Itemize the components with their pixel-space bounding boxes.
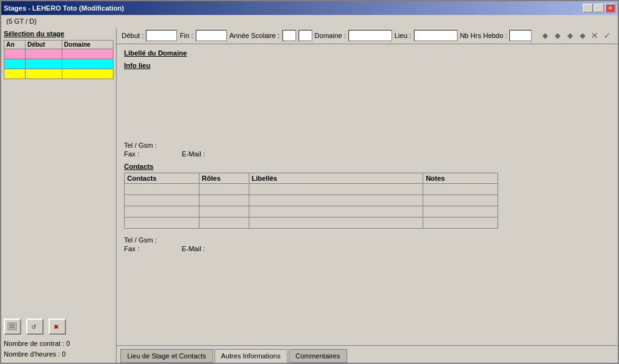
bottom-tabs: Lieu de Stage et Contacts Autres Informa…: [117, 345, 618, 363]
debut-input[interactable]: [146, 30, 177, 41]
window-title: Stages - LEHERO Toto (Modification): [4, 4, 124, 12]
bottom-tel-row: Tel / Gsm :: [124, 236, 610, 244]
nav-last-button[interactable]: ◆: [577, 30, 588, 41]
debut-label: Début :: [122, 32, 143, 39]
info-lieu-title: Info lieu: [124, 62, 610, 69]
refresh-icon: ↺: [30, 322, 40, 331]
nb-hrs-input[interactable]: [509, 30, 532, 41]
icon-row: ↺ ✖: [4, 318, 113, 335]
col-an: An: [4, 41, 26, 49]
libelle-title: Libellé du Domaine: [124, 49, 610, 57]
lieu-label: Lieu :: [395, 32, 411, 39]
fin-label: Fin :: [180, 32, 193, 39]
left-panel: Sélection du stage An Début Domaine: [1, 27, 117, 363]
bottom-email-label: E-Mail :: [181, 245, 204, 252]
contacts-section: Contacts Contacts Rôles Libellés Notes: [124, 163, 610, 229]
delete-icon-button[interactable]: ✖: [49, 318, 66, 335]
fax-label: Fax :: [124, 150, 139, 158]
nav-icons: ◆ ◆ ◆ ◆ ✕ ✓: [539, 30, 613, 41]
libelle-section: Libellé du Domaine: [124, 49, 610, 57]
table-row[interactable]: [125, 206, 498, 218]
table-row[interactable]: [125, 184, 498, 195]
bottom-fax-label: Fax :: [124, 245, 139, 252]
tab-lieu-stage[interactable]: Lieu de Stage et Contacts: [120, 349, 213, 363]
refresh-icon-button[interactable]: ↺: [26, 318, 44, 335]
annee-input1[interactable]: [282, 30, 296, 41]
minimize-button[interactable]: _: [583, 4, 593, 12]
table-row[interactable]: [4, 49, 113, 59]
bottom-tel-section: Tel / Gsm : Fax : E-Mail :: [124, 236, 610, 252]
svg-text:↺: ↺: [31, 323, 36, 330]
nav-next-button[interactable]: ◆: [564, 30, 575, 41]
table-row[interactable]: [4, 59, 113, 69]
annee-input2[interactable]: [299, 30, 312, 41]
tab-commentaires[interactable]: Commentaires: [289, 349, 347, 363]
subtitle-row: (5 GT / D): [1, 15, 618, 27]
col-domaine: Domaine: [62, 41, 113, 49]
domaine-label: Domaine :: [315, 32, 346, 39]
subtitle-text: (5 GT / D): [6, 17, 37, 25]
selection-title: Sélection du stage: [4, 30, 113, 37]
heures-stat: Nombre d'heures : 0: [4, 349, 113, 360]
lieu-input[interactable]: [414, 30, 458, 41]
tel-row: Tel / Gsm :: [124, 141, 610, 149]
nav-confirm-button[interactable]: ✓: [602, 30, 613, 41]
add-icon-button[interactable]: [4, 318, 21, 335]
contrats-stat: Nombre de contrat : 0: [4, 338, 113, 350]
contacts-table: Contacts Rôles Libellés Notes: [124, 173, 498, 229]
roles-col-header: Rôles: [199, 173, 249, 184]
tel-label: Tel / Gsm :: [124, 141, 157, 149]
title-bar: Stages - LEHERO Toto (Modification) _ □ …: [1, 1, 618, 15]
email-label: E-Mail :: [181, 150, 204, 158]
col-debut: Début: [25, 41, 62, 49]
list-icon: [7, 322, 17, 331]
notes-col-header: Notes: [423, 173, 498, 184]
svg-text:✖: ✖: [54, 323, 59, 330]
table-row[interactable]: [125, 195, 498, 206]
table-row[interactable]: [125, 218, 498, 229]
annee-label: Année Scolaire :: [229, 32, 280, 39]
fin-input[interactable]: [196, 30, 227, 41]
tab-autres-informations[interactable]: Autres Informations: [214, 349, 287, 363]
delete-icon: ✖: [52, 322, 62, 331]
nav-prev-button[interactable]: ◆: [552, 30, 563, 41]
tel-section: Tel / Gsm : Fax : E-Mail :: [124, 141, 610, 158]
main-area: Sélection du stage An Début Domaine: [1, 27, 618, 363]
bottom-fax-row: Fax : E-Mail :: [124, 245, 610, 252]
fields-bar: Début : Fin : Année Scolaire : Domaine :…: [117, 27, 618, 44]
nb-hrs-label: Nb Hrs Hebdo :: [460, 32, 507, 39]
domaine-input[interactable]: [348, 30, 392, 41]
stats-section: Nombre de contrat : 0 Nombre d'heures : …: [4, 338, 113, 360]
table-row[interactable]: [4, 69, 113, 79]
main-window: Stages - LEHERO Toto (Modification) _ □ …: [0, 0, 619, 364]
close-button[interactable]: ✕: [605, 4, 615, 12]
contacts-col-header: Contacts: [125, 173, 199, 184]
form-area: Libellé du Domaine Info lieu Tel / Gsm :…: [117, 44, 618, 345]
bottom-tel-label: Tel / Gsm :: [124, 236, 157, 244]
nav-cancel-button[interactable]: ✕: [589, 30, 600, 41]
info-lieu-section: Info lieu: [124, 62, 610, 136]
right-panel: Début : Fin : Année Scolaire : Domaine :…: [117, 27, 618, 363]
nav-first-button[interactable]: ◆: [539, 30, 550, 41]
libelles-col-header: Libellés: [249, 173, 423, 184]
maximize-button[interactable]: □: [594, 4, 604, 12]
window-controls: _ □ ✕: [583, 4, 615, 12]
left-panel-bottom: ↺ ✖ Nombre de contrat : 0 Nombre d'heure…: [4, 316, 113, 360]
window-body: (5 GT / D) Sélection du stage An Début D…: [1, 15, 618, 363]
stage-selection-table: An Début Domaine: [4, 40, 113, 79]
fax-row: Fax : E-Mail :: [124, 150, 610, 158]
contacts-title: Contacts: [124, 163, 610, 170]
